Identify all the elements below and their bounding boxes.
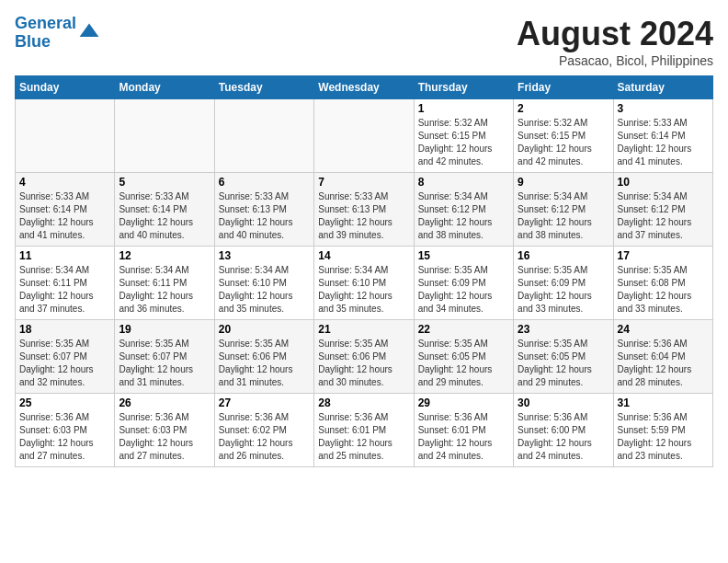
day-info: Sunrise: 5:35 AM Sunset: 6:05 PM Dayligh… [518,338,609,389]
day-info: Sunrise: 5:33 AM Sunset: 6:13 PM Dayligh… [318,190,409,242]
calendar-cell: 10Sunrise: 5:34 AM Sunset: 6:12 PM Dayli… [613,173,712,247]
weekday-header-wednesday: Wednesday [314,76,414,99]
day-number: 12 [119,249,210,262]
calendar-cell: 25Sunrise: 5:36 AM Sunset: 6:03 PM Dayli… [16,394,115,467]
day-info: Sunrise: 5:34 AM Sunset: 6:10 PM Dayligh… [318,264,409,316]
day-info: Sunrise: 5:35 AM Sunset: 6:05 PM Dayligh… [418,338,509,389]
calendar-cell: 2Sunrise: 5:32 AM Sunset: 6:15 PM Daylig… [514,99,613,173]
day-info: Sunrise: 5:35 AM Sunset: 6:09 PM Dayligh… [518,264,609,316]
logo: General Blue [15,15,100,52]
calendar-cell: 3Sunrise: 5:33 AM Sunset: 6:14 PM Daylig… [613,99,712,173]
day-number: 9 [518,176,609,189]
day-number: 31 [618,396,709,409]
day-info: Sunrise: 5:36 AM Sunset: 6:02 PM Dayligh… [219,411,310,463]
day-info: Sunrise: 5:36 AM Sunset: 5:59 PM Dayligh… [618,411,709,463]
day-number: 28 [318,396,409,409]
day-info: Sunrise: 5:32 AM Sunset: 6:15 PM Dayligh… [518,117,609,168]
weekday-header-tuesday: Tuesday [214,76,313,99]
day-number: 22 [418,323,509,336]
day-number: 24 [618,323,709,336]
weekday-header-saturday: Saturday [613,76,712,99]
day-info: Sunrise: 5:35 AM Sunset: 6:08 PM Dayligh… [618,264,709,316]
day-number: 1 [418,102,509,115]
day-info: Sunrise: 5:35 AM Sunset: 6:07 PM Dayligh… [119,338,210,389]
day-info: Sunrise: 5:33 AM Sunset: 6:13 PM Dayligh… [219,190,310,242]
calendar-cell: 30Sunrise: 5:36 AM Sunset: 6:00 PM Dayli… [514,394,613,467]
calendar-cell: 19Sunrise: 5:35 AM Sunset: 6:07 PM Dayli… [115,320,214,394]
logo-line2: Blue [15,32,51,51]
calendar-cell: 31Sunrise: 5:36 AM Sunset: 5:59 PM Dayli… [613,394,712,467]
day-number: 7 [318,176,409,189]
day-number: 18 [19,323,110,336]
day-info: Sunrise: 5:36 AM Sunset: 6:03 PM Dayligh… [119,411,210,463]
day-number: 17 [618,249,709,262]
day-number: 10 [618,176,709,189]
calendar-cell: 16Sunrise: 5:35 AM Sunset: 6:09 PM Dayli… [514,247,613,320]
day-number: 21 [318,323,409,336]
svg-marker-0 [80,23,99,36]
calendar-cell [115,99,214,173]
calendar-cell [16,99,115,173]
day-info: Sunrise: 5:32 AM Sunset: 6:15 PM Dayligh… [418,117,509,168]
day-number: 2 [518,102,609,115]
calendar-cell: 17Sunrise: 5:35 AM Sunset: 6:08 PM Dayli… [613,247,712,320]
calendar-cell [214,99,313,173]
day-number: 27 [219,396,310,409]
month-title: August 2024 [517,15,713,53]
calendar-week-row: 11Sunrise: 5:34 AM Sunset: 6:11 PM Dayli… [16,247,713,320]
day-number: 16 [518,249,609,262]
calendar-week-row: 1Sunrise: 5:32 AM Sunset: 6:15 PM Daylig… [16,99,713,173]
logo-icon [78,22,100,44]
day-info: Sunrise: 5:33 AM Sunset: 6:14 PM Dayligh… [618,117,709,168]
calendar-cell: 9Sunrise: 5:34 AM Sunset: 6:12 PM Daylig… [514,173,613,247]
day-info: Sunrise: 5:35 AM Sunset: 6:09 PM Dayligh… [418,264,509,316]
day-number: 29 [418,396,509,409]
day-info: Sunrise: 5:34 AM Sunset: 6:11 PM Dayligh… [19,264,110,316]
day-info: Sunrise: 5:35 AM Sunset: 6:06 PM Dayligh… [219,338,310,389]
calendar-week-row: 18Sunrise: 5:35 AM Sunset: 6:07 PM Dayli… [16,320,713,394]
calendar-cell: 5Sunrise: 5:33 AM Sunset: 6:14 PM Daylig… [115,173,214,247]
calendar-cell: 21Sunrise: 5:35 AM Sunset: 6:06 PM Dayli… [314,320,414,394]
day-number: 11 [19,249,110,262]
day-info: Sunrise: 5:33 AM Sunset: 6:14 PM Dayligh… [119,190,210,242]
weekday-header-friday: Friday [514,76,613,99]
calendar-body: 1Sunrise: 5:32 AM Sunset: 6:15 PM Daylig… [16,99,713,467]
calendar-cell: 15Sunrise: 5:35 AM Sunset: 6:09 PM Dayli… [414,247,513,320]
calendar-cell: 13Sunrise: 5:34 AM Sunset: 6:10 PM Dayli… [214,247,313,320]
calendar-table: SundayMondayTuesdayWednesdayThursdayFrid… [15,75,713,467]
weekday-header-thursday: Thursday [414,76,513,99]
weekday-header-sunday: Sunday [16,76,115,99]
logo-line1: General [15,14,76,32]
calendar-cell: 7Sunrise: 5:33 AM Sunset: 6:13 PM Daylig… [314,173,414,247]
day-info: Sunrise: 5:36 AM Sunset: 6:04 PM Dayligh… [618,338,709,389]
calendar-cell: 18Sunrise: 5:35 AM Sunset: 6:07 PM Dayli… [16,320,115,394]
day-info: Sunrise: 5:34 AM Sunset: 6:12 PM Dayligh… [618,190,709,242]
day-number: 6 [219,176,310,189]
calendar-cell: 22Sunrise: 5:35 AM Sunset: 6:05 PM Dayli… [414,320,513,394]
title-block: August 2024 Pasacao, Bicol, Philippines [517,15,713,68]
calendar-week-row: 4Sunrise: 5:33 AM Sunset: 6:14 PM Daylig… [16,173,713,247]
location-subtitle: Pasacao, Bicol, Philippines [517,53,713,68]
calendar-cell: 24Sunrise: 5:36 AM Sunset: 6:04 PM Dayli… [613,320,712,394]
day-number: 4 [19,176,110,189]
day-number: 30 [518,396,609,409]
calendar-cell: 28Sunrise: 5:36 AM Sunset: 6:01 PM Dayli… [314,394,414,467]
calendar-cell: 23Sunrise: 5:35 AM Sunset: 6:05 PM Dayli… [514,320,613,394]
calendar-header-row: SundayMondayTuesdayWednesdayThursdayFrid… [16,76,713,99]
day-info: Sunrise: 5:36 AM Sunset: 6:01 PM Dayligh… [318,411,409,463]
day-number: 3 [618,102,709,115]
calendar-cell: 4Sunrise: 5:33 AM Sunset: 6:14 PM Daylig… [16,173,115,247]
calendar-cell: 29Sunrise: 5:36 AM Sunset: 6:01 PM Dayli… [414,394,513,467]
day-info: Sunrise: 5:34 AM Sunset: 6:10 PM Dayligh… [219,264,310,316]
day-info: Sunrise: 5:34 AM Sunset: 6:12 PM Dayligh… [518,190,609,242]
logo-text: General Blue [15,15,76,52]
calendar-cell: 1Sunrise: 5:32 AM Sunset: 6:15 PM Daylig… [414,99,513,173]
day-info: Sunrise: 5:36 AM Sunset: 6:00 PM Dayligh… [518,411,609,463]
calendar-cell: 6Sunrise: 5:33 AM Sunset: 6:13 PM Daylig… [214,173,313,247]
calendar-cell: 27Sunrise: 5:36 AM Sunset: 6:02 PM Dayli… [214,394,313,467]
calendar-cell: 20Sunrise: 5:35 AM Sunset: 6:06 PM Dayli… [214,320,313,394]
day-info: Sunrise: 5:36 AM Sunset: 6:01 PM Dayligh… [418,411,509,463]
day-number: 19 [119,323,210,336]
day-info: Sunrise: 5:34 AM Sunset: 6:11 PM Dayligh… [119,264,210,316]
day-info: Sunrise: 5:35 AM Sunset: 6:07 PM Dayligh… [19,338,110,389]
